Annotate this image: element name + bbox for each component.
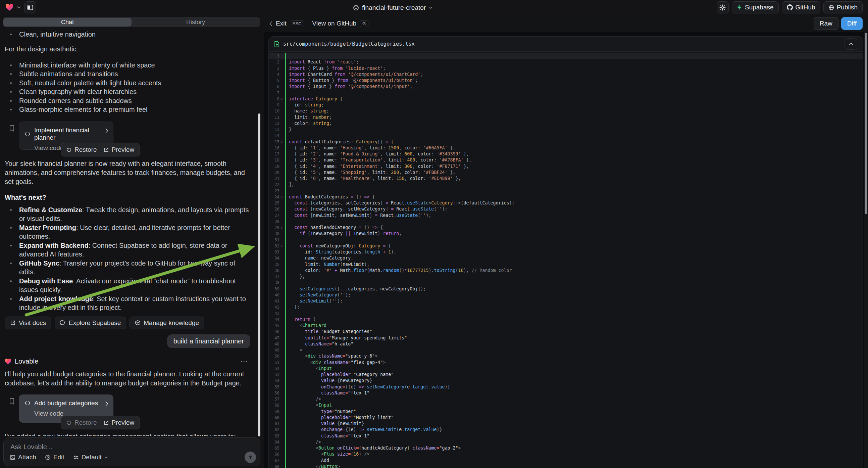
attach-button[interactable]: Attach (10, 454, 36, 461)
bookmark-icon[interactable] (9, 125, 15, 132)
code-line: 55 onChange={(e) => setNewCategory(e.tar… (269, 384, 863, 390)
collapse-file-button[interactable] (844, 38, 857, 50)
code-line: 23 (269, 188, 863, 194)
project-switcher[interactable]: financial-future-creator (353, 0, 433, 15)
code-line: 43 (269, 311, 863, 317)
line-number: 65 (269, 445, 285, 451)
line-number: 6 (269, 84, 285, 90)
raw-toggle-button[interactable]: Raw (814, 17, 838, 30)
line-number: 36 (269, 268, 285, 273)
fold-chevron-icon[interactable]: ∨ (279, 225, 284, 231)
code-line-text: </Button> (286, 464, 340, 468)
line-number: 29∨ (269, 225, 285, 231)
settings-button[interactable] (717, 1, 729, 13)
arrow-up-icon (248, 455, 253, 460)
code-line-text: { id: '1', name: 'Housing', limit: 1500,… (286, 145, 455, 151)
lovable-logo-icon[interactable] (5, 4, 13, 11)
restore-button[interactable]: Restore (66, 146, 97, 153)
gear-icon (719, 4, 726, 11)
code-line: 36 color: '#' + Math.floor(Math.random()… (269, 268, 863, 273)
code-line: 30 if (!newCategory || !newLimit) return… (269, 231, 863, 237)
code-line: 2import React from 'react'; (269, 59, 863, 65)
line-number: 34 (269, 255, 285, 261)
code-line-text: className="h-auto" (286, 341, 353, 347)
line-number: 48 (269, 341, 285, 347)
tab-chat[interactable]: Chat (3, 18, 131, 27)
github-button[interactable]: GitHub (782, 1, 820, 13)
code-line-text: name: string; (286, 108, 329, 114)
preview-button[interactable]: Preview (104, 146, 134, 153)
line-number: 32∨ (269, 243, 285, 249)
edit-button[interactable]: Edit (45, 454, 64, 461)
code-line-text: const defaultCategories: Category[] = [ (286, 139, 394, 145)
sidebar-toggle-button[interactable] (24, 1, 36, 13)
quick-actions: Visit docs Explore Supabase Manage knowl… (5, 317, 250, 329)
chat-scrollbar-thumb[interactable] (258, 114, 260, 436)
fold-chevron-icon[interactable]: ∨ (279, 139, 284, 145)
line-number: 51 (269, 359, 285, 365)
bookmark-icon[interactable] (9, 398, 15, 405)
chat-panel: Chat History Clean, intuitive navigation… (0, 15, 264, 468)
code-line: 7 (269, 90, 863, 96)
code-line-text: setCategories([...categories, newCategor… (286, 286, 426, 292)
line-number: 57 (269, 396, 285, 402)
code-line: 19 { id: '4', name: 'Entertainment', lim… (269, 164, 863, 170)
window-scrollbar-thumb[interactable] (865, 33, 867, 214)
workspace-chevron-icon[interactable] (17, 6, 21, 9)
code-line: 63 className="flex-1" (269, 433, 863, 439)
code-line-text: <Plus size={16} /> (286, 451, 369, 457)
diff-toggle-button[interactable]: Diff (841, 17, 863, 30)
line-number: 33 (269, 249, 285, 255)
list-item: Minimalist interface with plenty of whit… (5, 61, 250, 70)
visit-docs-button[interactable]: Visit docs (5, 317, 51, 329)
explore-supabase-button[interactable]: Explore Supabase (55, 317, 126, 329)
send-button[interactable] (245, 451, 256, 463)
preview-button[interactable]: Preview (104, 419, 134, 427)
code-line: 41 setNewLimit(''); (269, 298, 863, 304)
code-line: 61 value={newLimit} (269, 421, 863, 427)
tab-history[interactable]: History (131, 18, 260, 27)
line-number: 19 (269, 164, 285, 170)
message-menu-button[interactable]: ⋯ (240, 357, 248, 366)
prompt-input-box[interactable]: Ask Lovable... Attach Edit (3, 437, 260, 466)
line-number: 63 (269, 433, 285, 439)
code-line: 34 name: newCategory, (269, 255, 863, 261)
external-link-icon (104, 147, 109, 152)
restore-button[interactable]: Restore (66, 419, 97, 427)
code-line: 31 (269, 237, 863, 243)
assistant-added-text: I've added a new budget categories manag… (5, 432, 250, 436)
exit-button[interactable]: Exit ESC (270, 20, 304, 27)
file-header[interactable]: src/components/budget/BudgetCategories.t… (269, 37, 863, 52)
target-icon (45, 455, 51, 460)
fold-chevron-icon[interactable]: ∨ (279, 194, 284, 200)
restore-icon (66, 420, 72, 426)
code-line: 18 { id: '3', name: 'Transportation', li… (269, 157, 863, 163)
view-on-github-button[interactable]: View on GitHub G (312, 20, 368, 27)
line-number: 9 (269, 102, 285, 108)
manage-knowledge-button[interactable]: Manage knowledge (129, 317, 204, 329)
line-number: 49 (269, 347, 285, 353)
assistant-intro-text: I'll help you add budget categories to t… (5, 370, 250, 388)
code-line: 51 <div className="flex gap-4"> (269, 359, 863, 365)
list-item-text: Master Prompting: Use clear, detailed, a… (12, 223, 250, 241)
external-link-icon (10, 320, 16, 326)
mode-select[interactable]: Default (73, 454, 108, 461)
code-line-text (286, 133, 289, 139)
code-line: 46 title="Budget Categories" (269, 329, 863, 335)
lovable-avatar (5, 358, 11, 364)
code-line-text: import { Plus } from 'lucide-react'; (286, 65, 385, 71)
fold-chevron-icon[interactable]: ∨ (279, 243, 284, 249)
line-number: 58 (269, 402, 285, 408)
chevron-down-icon (104, 456, 108, 459)
code-line-text: <Input (286, 402, 332, 408)
list-item: Master Prompting: Use clear, detailed, a… (5, 223, 250, 241)
line-number: 43 (269, 311, 285, 317)
fold-chevron-icon[interactable]: ∨ (279, 96, 284, 102)
publish-button[interactable]: Publish (824, 1, 863, 13)
code-line: 57 /> (269, 396, 863, 402)
supabase-button[interactable]: Supabase (732, 1, 779, 13)
code-line: 1 (269, 53, 863, 59)
code-line: 66 <Plus size={16} /> (269, 451, 863, 457)
code-line-text: ]; (286, 182, 294, 188)
chat-message-list: Clean, intuitive navigation For the desi… (0, 29, 264, 436)
